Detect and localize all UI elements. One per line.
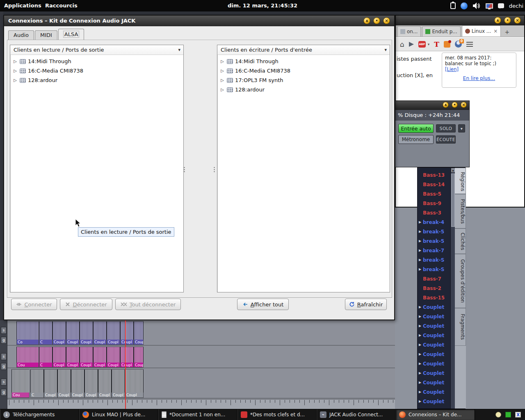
region-list-item[interactable]: ▶break-S — [418, 265, 450, 274]
region-list-item[interactable]: ▶Couplet — [418, 406, 450, 409]
disconnect-button[interactable]: Déconnecter — [60, 299, 112, 310]
audio-region[interactable]: Co — [16, 321, 39, 345]
side-tab-0[interactable]: Régions — [455, 168, 466, 194]
audio-region[interactable]: Coupl — [52, 347, 66, 368]
region-list-item[interactable]: ▶Couplet — [418, 378, 450, 387]
hamburger-menu-icon[interactable] — [466, 42, 473, 47]
shade-window-icon[interactable]: ∧ — [494, 17, 501, 24]
track-gain-button[interactable]: g — [1, 337, 7, 344]
taskbar-item[interactable]: *Des mots clefs et d... — [237, 409, 317, 420]
audio-region[interactable]: Coupl — [107, 321, 120, 345]
region-list-item[interactable]: ▶Couplet — [418, 349, 450, 359]
track-gain-button[interactable]: g — [1, 363, 7, 370]
region-list-item[interactable]: ▶break-7 — [418, 246, 450, 255]
shade-window-icon[interactable]: ∧ — [443, 102, 449, 108]
taskbar-item[interactable]: JACK Audio Connect... — [317, 409, 396, 420]
disconnect-all-button[interactable]: Tout déconnecter — [115, 299, 181, 310]
clock[interactable]: dim. 12 mars, 21:45:32 — [228, 0, 297, 11]
scrollbar-thumb[interactable] — [451, 173, 455, 227]
region-list-item[interactable]: Bass-5 — [418, 189, 450, 199]
browser-tab[interactable]: on... — [397, 26, 421, 37]
audio-region[interactable]: Cou — [11, 369, 30, 398]
splitter-grip[interactable] — [213, 167, 215, 173]
region-list-item[interactable]: Bass-3 — [418, 208, 450, 217]
region-list-item[interactable]: Bass-13 — [418, 170, 450, 180]
audio-region[interactable]: Coupl — [80, 321, 93, 345]
audio-region[interactable]: Coupl — [112, 369, 125, 398]
expand-arrow-icon[interactable]: ▷ — [220, 78, 225, 82]
chevron-down-icon[interactable]: ▾ — [384, 45, 387, 55]
audio-region[interactable]: Coupl — [57, 369, 71, 398]
audition-button[interactable]: ÉCOUTE — [436, 135, 456, 144]
audio-region[interactable]: Coupl — [84, 369, 98, 398]
audio-region[interactable]: Coupl — [93, 347, 107, 368]
region-list-item[interactable]: Bass-14 — [418, 180, 450, 189]
audio-region[interactable]: Coupl — [120, 347, 134, 368]
jack-titlebar[interactable]: Connexions – Kit de Connexion Audio JACK… — [4, 16, 394, 26]
audio-region[interactable]: Coupl — [66, 321, 80, 345]
audio-region[interactable]: C — [39, 321, 52, 345]
taskbar-item[interactable]: Connexions – Kit de... — [396, 409, 475, 420]
connect-button[interactable]: Connecter — [11, 299, 57, 310]
track-gain-button[interactable]: g — [1, 389, 7, 396]
lamp-icon[interactable] — [495, 412, 501, 418]
close-window-icon[interactable]: × — [383, 17, 390, 24]
expand-arrow-icon[interactable]: ▷ — [220, 59, 225, 64]
side-tab-2[interactable]: Clichés — [455, 228, 466, 254]
readable-clients-header[interactable]: Clients en lecture / Ports de sortie ▾ — [10, 45, 183, 55]
expand-arrow-icon[interactable]: ▷ — [13, 68, 18, 73]
audio-region[interactable]: C — [39, 347, 52, 368]
region-list-item[interactable]: ▶Couplet — [418, 331, 450, 340]
track-solo-button[interactable]: s — [1, 353, 7, 360]
client-row[interactable]: ▷16:C-Media CMI8738 — [217, 66, 390, 75]
side-tab-3[interactable]: Groupes d'édition — [455, 254, 466, 308]
browser-icon[interactable] — [461, 2, 468, 9]
browser-tab[interactable]: Enduit p... — [422, 26, 460, 37]
track-solo-button[interactable]: s — [1, 327, 7, 334]
region-list-scrollbar[interactable]: ▲ — [450, 168, 455, 409]
audio-region[interactable]: Coupl — [107, 347, 120, 368]
track-solo-button[interactable]: s — [1, 379, 7, 386]
region-list-item[interactable]: Bass-9 — [418, 199, 450, 208]
region-list-item[interactable]: ▶Couplet — [418, 397, 450, 406]
client-row[interactable]: ▷16:C-Media CMI8738 — [10, 66, 183, 75]
adblock-chevron-icon[interactable]: ▾ — [428, 42, 430, 46]
audio-region[interactable]: Coupl — [52, 321, 66, 345]
audio-region[interactable]: Coupl — [80, 347, 93, 368]
close-window-icon[interactable]: × — [461, 102, 467, 108]
read-more-link[interactable]: En lire plus… — [445, 75, 513, 81]
tab-alsa[interactable]: ALSA — [58, 29, 84, 40]
user-label[interactable]: dechi — [509, 3, 523, 9]
clipboard-icon[interactable] — [450, 2, 456, 9]
region-list-item[interactable]: Bass-15 — [418, 293, 450, 302]
solo-button[interactable]: SOLO — [436, 124, 456, 132]
audio-region[interactable]: C — [30, 369, 44, 398]
region-list-item[interactable]: ▶Couplet — [418, 321, 450, 331]
firefox-titlebar[interactable]: ∧ • × — [396, 16, 524, 25]
text-tool-icon[interactable]: T — [434, 40, 439, 48]
home-icon[interactable]: ⌂ — [400, 40, 404, 48]
audio-region[interactable]: Coupl — [120, 321, 134, 345]
region-list-item[interactable]: ▶Couplet — [418, 387, 450, 397]
client-row[interactable]: ▷17:OPL3 FM synth — [217, 75, 390, 85]
region-list-item[interactable]: ▶Couplet — [418, 302, 450, 312]
region-list-item[interactable]: ▶Couplet — [418, 368, 450, 378]
expand-arrow-icon[interactable]: ▷ — [13, 78, 18, 82]
taskbar-item[interactable]: Linux MAO | Plus de... — [79, 409, 158, 420]
chevron-down-icon[interactable]: ▾ — [178, 45, 180, 55]
region-list-item[interactable]: ▶Couplet — [418, 359, 450, 368]
ardour-titlebar[interactable]: ∧ • × — [395, 101, 469, 110]
tab-audio[interactable]: Audio — [8, 30, 34, 40]
maximize-window-icon[interactable]: • — [373, 17, 380, 24]
side-tab-1[interactable]: Pistes/bus — [455, 194, 466, 228]
maximize-window-icon[interactable]: • — [504, 17, 511, 24]
tab-close-icon[interactable]: × — [493, 28, 498, 34]
expand-arrow-icon[interactable]: ▷ — [13, 59, 18, 64]
taskbar-item[interactable]: *Document 1 non en... — [158, 409, 237, 420]
writable-clients-header[interactable]: Clients en écriture / Ports d'entrée ▾ — [217, 45, 390, 55]
client-row[interactable]: ▷14:Midi Through — [10, 57, 183, 66]
expand-arrow-icon[interactable]: ▷ — [220, 68, 225, 73]
region-list-item[interactable]: ▶break-5 — [418, 227, 450, 236]
flash-plugin-icon[interactable] — [444, 41, 450, 48]
show-all-button[interactable]: Afficher tout — [237, 299, 289, 310]
